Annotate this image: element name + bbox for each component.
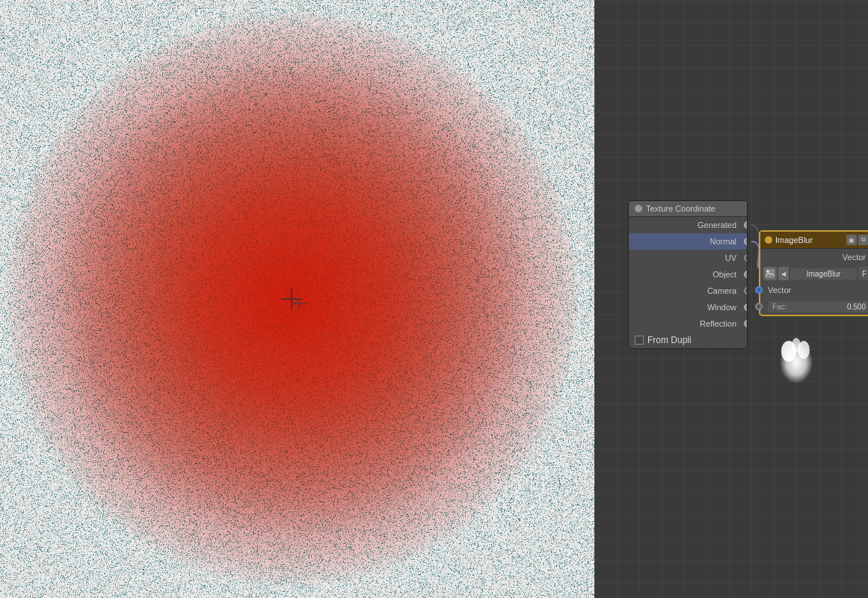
output-object-label: Object xyxy=(712,270,736,279)
imageblur-title: ImageBlur xyxy=(775,235,843,244)
output-uv[interactable]: UV xyxy=(629,250,747,266)
from-dupli-row[interactable]: From Dupli xyxy=(629,332,747,348)
imageblur-node[interactable]: ImageBlur ▣ ⧉ Vector ◀ ImageBlur F xyxy=(759,230,868,316)
output-generated[interactable]: Generated xyxy=(629,217,747,233)
imageblur-vector-input[interactable]: Vector xyxy=(760,282,868,298)
output-camera-label: Camera xyxy=(707,286,736,295)
imageblur-vector-input-label: Vector xyxy=(768,286,791,295)
output-window[interactable]: Window xyxy=(629,299,747,315)
socket-imageblur-fac[interactable] xyxy=(755,303,763,310)
svg-point-9 xyxy=(792,338,801,353)
imageblur-icon1: ▣ xyxy=(846,235,857,245)
socket-reflection[interactable] xyxy=(744,320,748,327)
output-reflection-label: Reflection xyxy=(700,319,736,328)
socket-uv[interactable] xyxy=(744,254,748,262)
viewport[interactable] xyxy=(0,0,594,598)
imageblur-dot xyxy=(765,236,772,244)
output-object[interactable]: Object xyxy=(629,266,747,283)
preview-svg xyxy=(766,329,826,389)
image-f-btn[interactable]: F xyxy=(858,267,868,280)
output-normal-label: Normal xyxy=(710,237,736,246)
imageblur-fac-row[interactable]: Fac: 0.500 xyxy=(760,298,868,315)
output-camera[interactable]: Camera xyxy=(629,283,747,299)
output-window-label: Window xyxy=(707,303,736,312)
output-reflection[interactable]: Reflection xyxy=(629,315,747,332)
svg-rect-4 xyxy=(766,269,775,278)
socket-normal[interactable] xyxy=(744,238,748,245)
imageblur-header-icons: ▣ ⧉ xyxy=(846,235,868,245)
output-generated-label: Generated xyxy=(698,221,736,229)
node-preview xyxy=(766,329,826,389)
socket-camera[interactable] xyxy=(744,287,748,295)
texture-coord-title: Texture Coordinate xyxy=(646,204,715,213)
imageblur-icon2[interactable]: ⧉ xyxy=(858,235,868,245)
image-icon xyxy=(763,267,777,280)
fac-value: 0.500 xyxy=(847,303,866,311)
from-dupli-label: From Dupli xyxy=(647,335,692,345)
from-dupli-checkbox[interactable] xyxy=(635,336,644,345)
imageblur-vector-output-label: Vector xyxy=(843,253,866,262)
texture-coord-dot xyxy=(635,205,642,212)
imageblur-fac-input[interactable]: Fac: 0.500 xyxy=(768,301,868,312)
socket-imageblur-vector-in[interactable] xyxy=(755,286,763,294)
output-normal[interactable]: Normal xyxy=(629,233,747,250)
texture-coord-header: Texture Coordinate xyxy=(629,201,747,217)
fac-label: Fac: xyxy=(772,303,787,311)
svg-point-5 xyxy=(767,271,769,273)
socket-window[interactable] xyxy=(744,303,748,311)
viewport-canvas xyxy=(0,0,594,598)
imageblur-image-selector[interactable]: ◀ ImageBlur F xyxy=(760,265,868,282)
output-uv-label: UV xyxy=(725,253,736,262)
image-name[interactable]: ImageBlur xyxy=(790,268,857,280)
imageblur-vector-output[interactable]: Vector xyxy=(760,249,868,265)
image-prev-btn[interactable]: ◀ xyxy=(778,267,789,280)
texture-coordinate-node[interactable]: Texture Coordinate Generated Normal UV O… xyxy=(628,200,748,349)
socket-generated[interactable] xyxy=(744,221,748,229)
imageblur-header: ImageBlur ▣ ⧉ xyxy=(760,232,868,249)
socket-object[interactable] xyxy=(744,271,748,278)
node-editor[interactable]: Texture Coordinate Generated Normal UV O… xyxy=(594,0,868,598)
